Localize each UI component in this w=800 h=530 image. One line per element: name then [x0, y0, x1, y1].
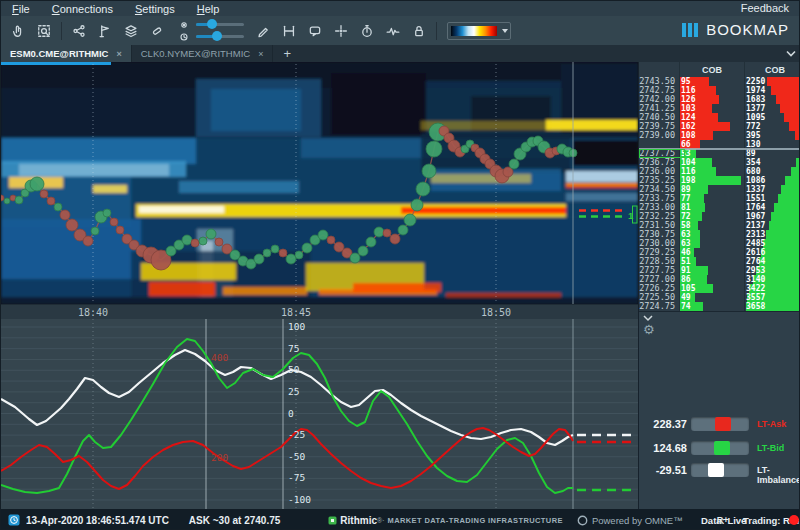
toolbar-label-bubble-icon[interactable]	[303, 20, 327, 42]
cob-value-1: 91	[681, 266, 691, 275]
gauge-slider[interactable]	[691, 441, 749, 455]
toolbar-pencil-icon[interactable]	[251, 20, 275, 42]
tab-close-icon[interactable]: ×	[116, 49, 121, 59]
y-axis-label: -25	[288, 429, 305, 440]
menu-settings[interactable]: Settings	[124, 3, 186, 15]
trade-bubble	[54, 203, 62, 211]
data-mode-label: Data: Live	[701, 515, 746, 526]
toolbar-measure-width-icon[interactable]	[277, 20, 301, 42]
slider-row-dot	[176, 19, 244, 31]
trade-bubble	[366, 237, 376, 247]
cob-value-1: 77	[681, 194, 691, 203]
cob-value-1: 116	[681, 167, 695, 176]
menu-bar: FileConnectionsSettingsHelp	[1, 1, 800, 16]
trade-bubble	[398, 225, 408, 235]
toolbar-slider[interactable]	[196, 35, 244, 38]
y-axis-label: 50	[288, 364, 300, 375]
bookmap-window: FileConnectionsSettingsHelp Feedback BOO…	[0, 0, 800, 530]
cob-header-1: COB	[702, 65, 722, 75]
trade-bubble	[30, 177, 44, 191]
palette-selector[interactable]	[447, 22, 511, 40]
status-bar: 13-Apr-2020 18:46:51.474 UTC ASK ~30 at …	[1, 509, 800, 530]
ladder-collapse-chevron-icon[interactable]	[642, 314, 654, 322]
toolbar-pulse-icon[interactable]	[381, 20, 405, 42]
cob-value-2: 2616	[746, 248, 765, 257]
menu-help[interactable]: Help	[186, 3, 231, 15]
menu-connections[interactable]: Connections	[41, 3, 124, 15]
toolbar-crosshair-icon[interactable]	[329, 20, 353, 42]
cob-value-2: 1551	[746, 194, 765, 203]
slider-knob[interactable]	[212, 31, 222, 41]
menu-feedback[interactable]: Feedback	[741, 2, 789, 14]
gauge-block[interactable]	[714, 441, 730, 455]
trade-bubble	[358, 246, 368, 256]
new-tab-button[interactable]: +	[273, 45, 301, 62]
cob-value-2: 2764	[746, 257, 765, 266]
gauge-slider[interactable]	[691, 417, 749, 431]
ladder-row[interactable]: 2739.00108395	[639, 131, 800, 140]
trade-bubble	[390, 234, 400, 244]
toolbar-zoom-select-icon[interactable]	[32, 20, 56, 42]
ladder-price: 2739.00	[639, 131, 675, 140]
cob-bar-2	[763, 239, 800, 248]
cob-value-1: 108	[681, 131, 695, 140]
cob-value-2: 3140	[746, 275, 765, 284]
tabbar-chevron-down-icon[interactable]	[785, 49, 797, 58]
cob-value-2: 3557	[746, 293, 765, 302]
toolbar-separator	[436, 22, 437, 40]
trade-bubble	[103, 209, 111, 217]
rithmic-reg: ®·	[377, 517, 385, 524]
cob-value-1: 116	[681, 86, 695, 95]
cob-bar-2	[796, 158, 800, 167]
tab-clk0-label: CLK0.NYMEX@RITHMIC	[141, 48, 250, 59]
cob-value-2: 1095	[746, 113, 765, 122]
cob-value-2: 1086	[746, 176, 765, 185]
tab-clk0[interactable]: CLK0.NYMEX@RITHMIC ×	[132, 45, 274, 62]
gauge-slider[interactable]	[691, 463, 749, 477]
toolbar-slider[interactable]	[196, 23, 244, 26]
gauge-block[interactable]	[715, 417, 731, 431]
heatmap-chart[interactable]: 1	[1, 62, 638, 304]
dom-ladder[interactable]: COBCOB2743.509522502742.7511619742742.00…	[639, 62, 800, 311]
toolbar-eraser-icon[interactable]	[145, 20, 169, 42]
cob-value-1: 58	[681, 221, 691, 230]
y-axis-label: -50	[288, 451, 305, 462]
indicator-chart[interactable]: 4002001007550250-25-50-75-100	[1, 319, 638, 509]
cob-value-2: 395	[746, 131, 760, 140]
trade-bubble	[254, 254, 264, 264]
trade-bubble	[416, 182, 430, 196]
slider-row-clock	[176, 31, 244, 43]
gauge-block[interactable]	[708, 463, 724, 477]
cob-bar-2	[776, 95, 800, 104]
gear-icon[interactable]: ⚙	[643, 322, 655, 337]
trade-bubble	[60, 210, 70, 220]
y-axis-label: 25	[288, 386, 299, 397]
cob-bar-2	[784, 113, 800, 122]
toolbar-share-icon[interactable]	[67, 20, 91, 42]
toolbar-lock-icon[interactable]	[407, 20, 431, 42]
toolbar-stopwatch-icon[interactable]	[355, 20, 379, 42]
gauge-value: 228.37	[641, 418, 687, 430]
gauge-label: LT-Ask	[757, 419, 786, 429]
ladder-row[interactable]: 2724.75743658	[639, 302, 800, 311]
toolbar-flag-icon[interactable]	[93, 20, 117, 42]
gauge-value: -29.51	[641, 464, 687, 476]
toolbar-hand-tool-icon[interactable]	[6, 20, 30, 42]
toolbar-dot-icon[interactable]	[177, 19, 191, 31]
y-axis-label: -75	[288, 472, 305, 483]
trade-bubble	[374, 227, 384, 237]
tab-esm0[interactable]: ESM0.CME@RITHMIC ×	[1, 45, 132, 62]
cob-value-1: 51	[681, 257, 691, 266]
tab-close-icon[interactable]: ×	[258, 49, 263, 59]
cob-value-1: 103	[681, 104, 695, 113]
cob-value-2: 3422	[746, 284, 765, 293]
toolbar-layers-icon[interactable]	[119, 20, 143, 42]
cob-bar-2	[769, 221, 800, 230]
cob-bar-2	[781, 185, 800, 194]
status-quote: ASK ~30 at 2740.75	[189, 515, 280, 526]
trade-bubble	[509, 159, 519, 169]
menu-file[interactable]: File	[1, 3, 41, 15]
cob-value-1: 46	[681, 248, 691, 257]
toolbar-clock-icon[interactable]	[177, 31, 191, 43]
slider-knob[interactable]	[207, 19, 217, 29]
